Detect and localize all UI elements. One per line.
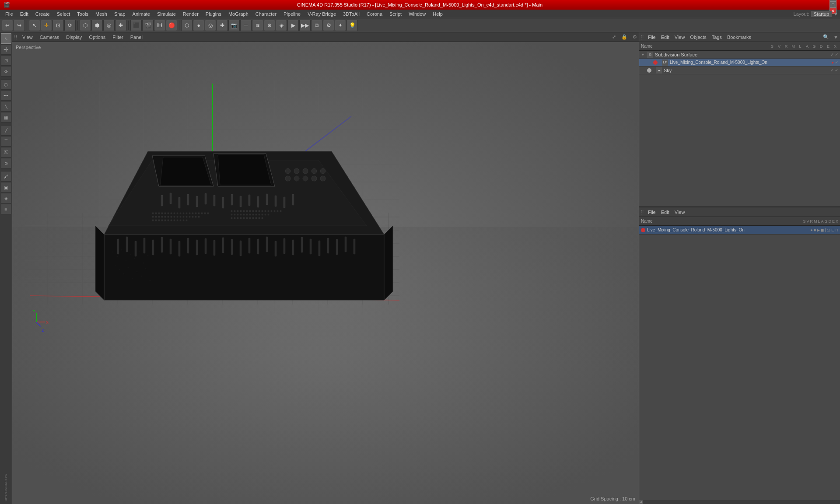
menu-item-simulate[interactable]: Simulate [154, 10, 179, 18]
sphere-btn[interactable]: ● [193, 20, 204, 31]
menu-item-plugins[interactable]: Plugins [202, 10, 225, 18]
menu-item-animate[interactable]: Animate [129, 10, 154, 18]
sidebar-points-icon[interactable]: ••• [1, 90, 11, 101]
render-active-btn[interactable]: ▶▶ [299, 20, 311, 31]
menu-item-corona[interactable]: Corona [363, 10, 386, 18]
sidebar-select-icon[interactable]: ↖ [1, 33, 11, 44]
vp-tab-cameras[interactable]: Cameras [38, 35, 61, 40]
cylinder-btn[interactable]: ◎ [205, 20, 216, 31]
xpresso-btn[interactable]: ⊕ [264, 20, 275, 31]
menu-item-help[interactable]: Help [429, 10, 446, 18]
vp-tab-display[interactable]: Display [64, 35, 84, 40]
sidebar-move2-icon[interactable]: ⊙ [1, 158, 11, 168]
vp-lock-icon[interactable]: 🔒 [621, 34, 627, 40]
active-obj-icon-4[interactable]: ◼ [821, 228, 824, 232]
add-btn[interactable]: ✚ [115, 20, 126, 31]
menu-item-window[interactable]: Window [405, 10, 429, 18]
light-btn[interactable]: ✚ [217, 20, 228, 31]
om-tags-menu[interactable]: Tags [710, 35, 723, 40]
edit-render-btn[interactable]: ✦ [335, 20, 346, 31]
sidebar-line-icon[interactable]: ╱ [1, 125, 11, 136]
vp-tab-panel[interactable]: Panel [129, 35, 144, 40]
render-settings-btn[interactable]: ⚙ [323, 20, 334, 31]
om-view-menu[interactable]: View [673, 35, 686, 40]
scale-mode-btn[interactable]: ⊡ [52, 20, 64, 31]
menu-item-snap[interactable]: Snap [111, 10, 129, 18]
menu-item-character[interactable]: Character [252, 10, 280, 18]
sidebar-move-icon[interactable]: ✛ [1, 44, 11, 55]
snap-btn-3[interactable]: 🎞 [154, 20, 165, 31]
render-btn[interactable]: ▶ [287, 20, 299, 31]
active-obj-icon-5[interactable]: | [825, 228, 826, 232]
obj-check-sky-1[interactable]: ✓ [830, 68, 834, 73]
active-obj-icon-1[interactable]: ● [810, 228, 812, 232]
model-mode-btn[interactable]: ⬡ [80, 20, 91, 31]
deform-btn[interactable]: ≋ [252, 20, 263, 31]
active-obj-icon-2[interactable]: ■ [814, 228, 816, 232]
redo-button[interactable]: ↪ [14, 20, 25, 31]
attr-edit-menu[interactable]: Edit [660, 210, 671, 215]
sidebar-rotate-icon[interactable]: ⟳ [1, 66, 11, 77]
obj-check-sky-2[interactable]: ✓ [835, 68, 838, 73]
menu-item-edit[interactable]: Edit [17, 10, 32, 18]
snap-btn-2[interactable]: 🎬 [142, 20, 154, 31]
spline-mode-btn[interactable]: ◎ [103, 20, 115, 31]
menu-item-mesh[interactable]: Mesh [92, 10, 111, 18]
object-row-sky[interactable]: ☁ Sky ✓ ✓ [639, 66, 840, 74]
obj-dot-red[interactable]: ● [831, 60, 834, 65]
sidebar-poly-icon[interactable]: ▦ [1, 112, 11, 122]
menu-item-tools[interactable]: Tools [74, 10, 92, 18]
preview-btn[interactable]: 💡 [346, 20, 358, 31]
select-mode-btn[interactable]: ↖ [29, 20, 40, 31]
attr-file-menu[interactable]: File [647, 210, 657, 215]
om-edit-menu[interactable]: Edit [660, 35, 671, 40]
menu-item-pipeline[interactable]: Pipeline [280, 10, 304, 18]
sidebar-arc-icon[interactable]: ⌒ [1, 136, 11, 147]
menu-item-file[interactable]: File [2, 10, 17, 18]
rotate-mode-btn[interactable]: ⟳ [64, 20, 76, 31]
om-objects-menu[interactable]: Objects [689, 35, 707, 40]
mesh-mode-btn[interactable]: ⬢ [91, 20, 103, 31]
menu-item-script[interactable]: Script [386, 10, 405, 18]
sidebar-scene-icon[interactable]: ≡ [1, 204, 11, 214]
object-row-subdivision[interactable]: ▼ ⧉ Subdivision Surface ✓ ✓ [639, 51, 840, 59]
snap-btn-4[interactable]: 🔴 [166, 20, 177, 31]
material-btn[interactable]: ◈ [276, 20, 287, 31]
vp-tab-options[interactable]: Options [87, 35, 107, 40]
om-file-menu[interactable]: File [647, 35, 657, 40]
om-filter-icon[interactable]: ▼ [833, 35, 838, 40]
vp-tab-view[interactable]: View [21, 35, 35, 40]
attr-view-menu[interactable]: View [673, 210, 686, 215]
sidebar-brush-icon[interactable]: 🖌 [1, 171, 11, 182]
floor-btn[interactable]: ═ [240, 20, 252, 31]
sidebar-edges-icon[interactable]: ╲ [1, 101, 11, 112]
menu-item-mograph[interactable]: MoGraph [225, 10, 252, 18]
right-panel-edge[interactable]: ◀ [639, 500, 643, 504]
active-obj-icon-8[interactable]: H [836, 228, 839, 232]
cube-btn[interactable]: ⬡ [181, 20, 192, 31]
layout-preset[interactable]: Startup [811, 11, 832, 17]
vp-settings-icon[interactable]: ⚙ [633, 34, 637, 40]
menu-item-v-ray-bridge[interactable]: V-Ray Bridge [304, 10, 340, 18]
render-region-btn[interactable]: ⧉ [311, 20, 322, 31]
move-mode-btn[interactable]: ✛ [41, 20, 52, 31]
object-row-mixing-console[interactable]: LP Live_Mixing_Console_Roland_M-5000_Lig… [639, 59, 840, 66]
sidebar-model-icon[interactable]: ⬡ [1, 79, 11, 90]
menu-item-create[interactable]: Create [32, 10, 53, 18]
menu-item-3dtoall[interactable]: 3DToAll [340, 10, 363, 18]
om-search-icon[interactable]: 🔍 [823, 34, 829, 40]
menu-item-render[interactable]: Render [179, 10, 202, 18]
obj-check-2[interactable]: ✓ [835, 52, 838, 57]
vp-tab-filter[interactable]: Filter [111, 35, 125, 40]
maximize-button[interactable]: □ [830, 2, 836, 8]
camera-btn[interactable]: 📷 [228, 20, 240, 31]
sidebar-spline-icon[interactable]: Ⓢ [1, 147, 11, 158]
viewport[interactable]: X Y Z Perspective Grid Spacing : 10 cm [12, 42, 639, 504]
vp-fullscreen-icon[interactable]: ⤢ [612, 34, 616, 40]
snap-btn-1[interactable]: ⬛ [130, 20, 142, 31]
active-obj-icon-3[interactable]: ▶ [817, 228, 820, 232]
undo-button[interactable]: ↩ [2, 20, 13, 31]
menu-item-select[interactable]: Select [53, 10, 74, 18]
active-obj-icon-6[interactable]: ◎ [827, 228, 830, 232]
sidebar-poly2-icon[interactable]: ▣ [1, 182, 11, 192]
